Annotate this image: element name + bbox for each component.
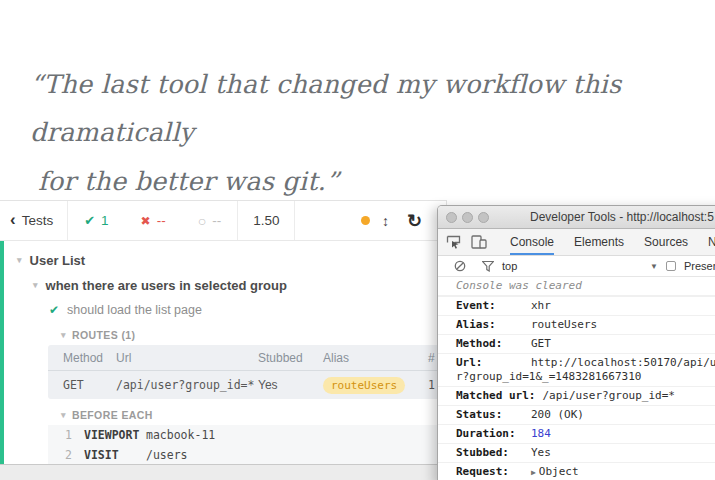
execution-context-selector[interactable]: top (502, 260, 517, 272)
suite-title: User List (30, 253, 86, 268)
before-each-header-label: BEFORE EACH (72, 409, 153, 421)
tab-sources[interactable]: Sources (644, 229, 688, 255)
close-window-button[interactable] (446, 212, 457, 223)
console-entry-stubbed: Stubbed:Yes (438, 443, 715, 462)
routes-table-header-row: Method Url Stubbed Alias # (48, 345, 442, 371)
console-entry-event: Event:xhr (438, 296, 715, 315)
failed-count: -- (157, 213, 166, 228)
route-url: /api/user?group_id=* (116, 378, 258, 392)
routes-header-label: ROUTES (1) (72, 329, 136, 341)
route-alias-badge[interactable]: routeUsers (323, 377, 405, 394)
col-url: Url (116, 351, 258, 365)
failed-stat: ✖ -- (125, 213, 182, 228)
dropdown-arrow-icon[interactable]: ▼ (650, 262, 658, 271)
before-each-section-header[interactable]: ▾ BEFORE EACH (61, 409, 446, 421)
console-entry-url: Url:http://localhost:50170/api/user?grou… (438, 353, 715, 386)
filter-icon[interactable] (482, 261, 494, 272)
preserve-log-checkbox[interactable] (666, 261, 676, 271)
preserve-log-label: Preserve (684, 260, 715, 272)
runner-toolbar: ‹ Tests ✔ 1 ✖ -- ○ -- 1.50 ↕ ↻ (0, 201, 446, 241)
inspect-element-icon[interactable] (446, 235, 462, 250)
console-entry-status: Status:200 (OK) (438, 405, 715, 424)
col-stubbed: Stubbed (258, 351, 323, 365)
console-output: Console was cleared Event:xhr Alias:rout… (438, 277, 715, 480)
console-entry-alias: Alias:routeUsers (438, 315, 715, 334)
refresh-button[interactable]: ↻ (407, 212, 422, 230)
command-name: VISIT (84, 448, 146, 462)
command-number: 2 (59, 448, 72, 462)
collapse-icon: ▾ (61, 410, 66, 420)
duration-display: 1.50 (237, 201, 295, 240)
tab-network[interactable]: Network (708, 229, 715, 255)
console-filterbar: top ▼ Preserve (438, 256, 715, 277)
devtools-window-title: Developer Tools - http://localhost:5 (530, 210, 714, 224)
back-label: Tests (22, 213, 54, 228)
console-entry-duration: Duration:184 (438, 424, 715, 443)
passed-stat: ✔ 1 (68, 213, 124, 228)
console-entry-method: Method:GET (438, 334, 715, 353)
device-toolbar-icon[interactable] (471, 235, 487, 249)
routes-table: Method Url Stubbed Alias # GET /api/user… (48, 345, 442, 399)
command-value: /users (146, 448, 188, 462)
tab-elements[interactable]: Elements (574, 229, 624, 255)
runner-bottom-edge (0, 464, 447, 480)
col-method: Method (63, 351, 116, 365)
console-entry-request[interactable]: Request:▶Object (438, 462, 715, 480)
console-cleared-message: Console was cleared (438, 277, 715, 296)
suite-title: when there are users in selected group (46, 278, 287, 293)
collapse-icon: ▾ (17, 255, 22, 265)
route-row[interactable]: GET /api/user?group_id=* Yes routeUsers … (48, 371, 442, 399)
collapse-icon: ▾ (61, 330, 66, 340)
collapse-icon: ▾ (33, 280, 38, 290)
pending-count: -- (212, 213, 221, 228)
pull-quote: “The last tool that changed my workflow … (30, 60, 702, 205)
routes-section-header[interactable]: ▾ ROUTES (1) (61, 329, 446, 341)
quote-line-1: “The last tool that changed my workflow … (30, 69, 621, 147)
tab-console[interactable]: Console (510, 229, 554, 255)
check-icon: ✔ (49, 303, 59, 317)
col-alias: Alias (323, 351, 428, 365)
clear-console-icon[interactable] (454, 260, 466, 272)
circle-icon: ○ (198, 213, 206, 229)
command-number: 1 (59, 428, 72, 442)
command-row-visit[interactable]: 2 VISIT /users (48, 445, 442, 465)
route-stubbed: Yes (258, 378, 323, 392)
window-controls (446, 212, 489, 223)
pending-stat: ○ -- (182, 213, 237, 229)
devtools-tabbar: Console Elements Sources Network Timelin… (438, 229, 715, 256)
devtools-titlebar[interactable]: Developer Tools - http://localhost:5 (438, 206, 715, 229)
cypress-runner-panel: ‹ Tests ✔ 1 ✖ -- ○ -- 1.50 ↕ ↻ (0, 200, 447, 464)
command-value: macbook-11 (146, 428, 215, 442)
devtools-window: Developer Tools - http://localhost:5 Con… (437, 205, 715, 480)
check-icon: ✔ (84, 213, 95, 228)
zoom-window-button[interactable] (478, 212, 489, 223)
test-should-load-list-page[interactable]: ✔ should load the list page (4, 301, 446, 319)
route-method: GET (63, 378, 116, 392)
status-dot-icon (361, 216, 370, 225)
suite-when-users-in-group[interactable]: ▾ when there are users in selected group (4, 275, 446, 295)
auto-scroll-toggle[interactable]: ↕ (382, 213, 389, 229)
cross-icon: ✖ (141, 214, 151, 228)
back-chevron-icon: ‹ (10, 211, 16, 228)
suite-user-list[interactable]: ▾ User List (4, 250, 446, 270)
passed-count: 1 (101, 213, 109, 228)
command-name: VIEWPORT (84, 428, 146, 442)
minimize-window-button[interactable] (462, 212, 473, 223)
console-entry-matched-url: Matched url:/api/user?group_id=* (438, 386, 715, 405)
command-row-viewport[interactable]: 1 VIEWPORT macbook-11 (48, 425, 442, 445)
quote-line-2: for the better was git.” (30, 166, 339, 196)
page: “The last tool that changed my workflow … (0, 0, 715, 480)
test-title: should load the list page (67, 303, 202, 317)
back-to-tests-button[interactable]: ‹ Tests (0, 201, 67, 240)
test-results-list: ▾ User List ▾ when there are users in se… (0, 241, 446, 464)
expand-icon[interactable]: ▶ (531, 468, 536, 477)
